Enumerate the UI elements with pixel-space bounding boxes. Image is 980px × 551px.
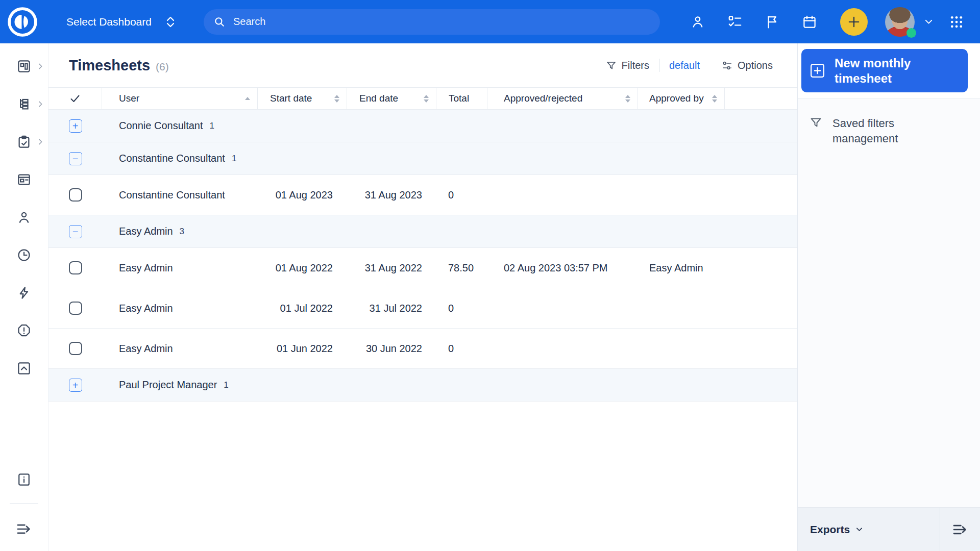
exports-dropdown[interactable]: Exports [798,508,940,551]
column-header-approved-rejected[interactable]: Approved/rejected [487,88,638,109]
info-icon[interactable] [16,472,32,487]
panel-collapse-button[interactable] [940,508,980,551]
table-body: +Connie Consultant1−Constantine Consulta… [48,110,797,402]
filter-funnel-icon [605,60,617,71]
sliders-icon [721,60,733,71]
clipboard-check-icon [16,134,32,149]
sidebar-item-tasks[interactable] [0,134,48,149]
quick-add-button[interactable] [840,8,868,36]
cell-start-date: 01 Aug 2023 [258,175,347,215]
sidebar-item-projects[interactable] [0,96,48,112]
sidebar-item-collapse-group[interactable] [0,361,48,376]
sidebar-item-alerts[interactable] [0,323,48,338]
cell-start-date: 01 Aug 2022 [258,248,347,288]
browser-card-icon [16,172,32,187]
cell-approved-rejected [487,329,638,368]
chevron-down-icon [855,525,864,534]
sidebar-item-boards[interactable] [0,172,48,187]
collapse-group-button[interactable]: − [69,152,82,165]
row-select-cell [48,329,102,368]
user-menu[interactable] [885,7,915,37]
app-window: Select Dashboard [0,0,980,551]
dashboard-icon [16,59,32,74]
cell-approved-by [638,329,725,368]
chevron-up-square-icon [16,361,32,376]
sort-icon [424,95,429,103]
sidebar-item-users[interactable] [0,210,48,225]
cell-user: Easy Admin [102,329,258,368]
column-header-end-date[interactable]: End date [347,88,436,109]
timesheets-table: User Start date End date Total [48,87,797,402]
cell-approved-rejected [487,288,638,328]
cell-approved-by [638,175,725,215]
select-all-button[interactable] [48,88,102,109]
table-row[interactable]: Easy Admin01 Jul 202231 Jul 20220 [48,288,797,329]
alert-octagon-icon [16,323,32,338]
cell-total: 0 [436,288,487,328]
table-row[interactable]: Easy Admin01 Jun 202230 Jun 20220 [48,329,797,369]
collapse-group-button[interactable]: − [69,225,82,238]
row-checkbox[interactable] [69,302,82,315]
flag-icon[interactable] [765,14,780,30]
search-input[interactable] [233,16,650,28]
row-checkbox[interactable] [69,261,82,274]
lightning-icon [16,285,32,300]
record-count: (6) [156,61,169,73]
row-checkbox[interactable] [69,342,82,355]
cell-end-date: 31 Jul 2022 [347,288,436,328]
right-action-panel: New monthly timesheet Saved filters mana… [797,43,980,551]
sidebar-item-dashboards[interactable] [0,59,48,74]
group-name: Constantine Consultant [119,153,225,164]
column-header-start-date[interactable]: Start date [258,88,347,109]
task-list-icon[interactable] [727,14,743,30]
group-label-cell: Connie Consultant1 [102,110,797,142]
table-header: User Start date End date Total [48,87,797,110]
column-header-filler [725,88,797,109]
sidebar-expand-icon[interactable] [15,520,33,538]
user-icon[interactable] [690,14,705,30]
table-row[interactable]: Easy Admin01 Aug 202231 Aug 202278.5002 … [48,248,797,288]
group-row: −Easy Admin3 [48,215,797,248]
cell-total: 0 [436,329,487,368]
filters-button[interactable]: Filters [605,60,649,71]
column-header-total[interactable]: Total [436,88,487,109]
cell-total: 0 [436,175,487,215]
options-button[interactable]: Options [721,60,773,71]
row-checkbox[interactable] [69,188,82,202]
table-row[interactable]: Constantine Consultant01 Aug 202331 Aug … [48,175,797,215]
column-header-approved-by[interactable]: Approved by [638,88,725,109]
expand-group-button[interactable]: + [69,119,82,133]
app-logo-icon[interactable] [7,7,38,37]
cell-approved-rejected [487,175,638,215]
group-row-select-cell: − [48,215,102,247]
expand-group-button[interactable]: + [69,379,82,392]
chevron-down-icon[interactable] [923,16,934,27]
page-title: Timesheets [69,57,150,74]
sidebar-item-quick-actions[interactable] [0,285,48,300]
dashboard-selector[interactable]: Select Dashboard [66,15,176,29]
cell-filler [725,248,797,288]
column-header-user[interactable]: User [102,88,258,109]
apps-grid-icon[interactable] [949,14,964,30]
cell-end-date: 31 Aug 2023 [347,175,436,215]
search-icon [213,15,226,29]
group-row: +Connie Consultant1 [48,110,797,142]
sidebar-bottom [10,472,38,551]
chevron-up-down-icon [165,15,176,29]
group-count: 3 [180,227,184,237]
active-filter-link[interactable]: default [669,60,700,71]
group-label-cell: Paul Project Manager1 [102,369,797,401]
sort-icon [625,95,630,103]
group-count: 1 [224,380,228,390]
group-count: 1 [232,154,236,164]
check-icon [69,92,81,105]
sidebar-divider [10,503,38,504]
saved-filters-management-button[interactable]: Saved filters management [798,98,980,146]
sidebar-item-time[interactable] [0,247,48,263]
new-monthly-timesheet-button[interactable]: New monthly timesheet [801,49,968,92]
online-status-badge [906,28,916,38]
group-label-cell: Constantine Consultant1 [102,142,797,174]
panel-top: New monthly timesheet [798,43,980,98]
chevron-right-icon [36,100,44,108]
calendar-icon[interactable] [802,14,817,30]
